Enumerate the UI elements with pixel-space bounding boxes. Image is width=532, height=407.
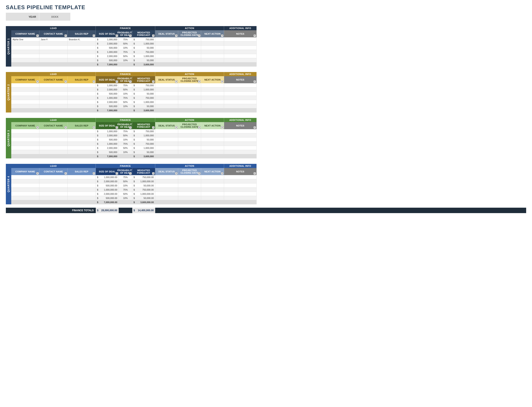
filter-dropdown-icon[interactable] [175,80,177,83]
next-cell[interactable] [201,179,224,183]
next-cell[interactable] [201,50,224,54]
closing-cell[interactable] [178,46,201,50]
contact-cell[interactable] [39,196,68,200]
rep-header[interactable]: SALES REP [68,76,96,83]
notes-cell[interactable] [224,133,257,138]
company-cell[interactable] [11,138,39,142]
filter-dropdown-icon[interactable] [198,126,200,129]
forecast-cell[interactable]: $1,000,000.00 [132,192,155,196]
notes-cell[interactable] [224,46,257,50]
contact-cell[interactable] [39,58,68,63]
contact-cell[interactable] [39,133,68,138]
size-cell[interactable]: $1,000,000 [96,96,119,100]
contact-cell[interactable] [39,146,68,150]
rep-cell[interactable] [68,50,96,54]
contact-cell[interactable] [39,150,68,154]
prob-cell[interactable]: 75% [119,129,132,133]
filter-dropdown-icon[interactable] [129,172,132,175]
rep-cell[interactable] [68,146,96,150]
next-header[interactable]: NEXT ACTION [201,122,224,129]
notes-header[interactable]: NOTES [224,76,257,83]
contact-cell[interactable] [39,188,68,192]
size-cell[interactable]: $500,000 [96,104,119,108]
size-cell[interactable]: $1,000,000.00 [96,188,119,192]
prob-cell[interactable]: 50% [119,179,132,183]
rep-cell[interactable] [68,41,96,46]
table-row[interactable]: $2,000,00050%$1,000,000 [11,54,526,58]
filter-dropdown-icon[interactable] [175,34,177,37]
table-row[interactable]: $500,00010%$50,000 [11,58,526,63]
rep-header[interactable]: SALES REP [68,30,96,37]
next-cell[interactable] [201,58,224,63]
table-row[interactable]: $1,000,00075%$750,000 [11,50,526,54]
status-header[interactable]: DEAL STATUS [155,76,178,83]
rep-cell[interactable] [68,58,96,63]
status-cell[interactable] [155,179,178,183]
closing-cell[interactable] [178,179,201,183]
prob-cell[interactable]: 50% [119,54,132,58]
contact-cell[interactable] [39,142,68,146]
t-blank[interactable] [39,63,68,67]
notes-cell[interactable] [224,100,257,104]
t-blank[interactable] [119,154,132,158]
filter-dropdown-icon[interactable] [254,80,256,83]
prob-cell[interactable]: 10% [119,196,132,200]
size-header[interactable]: SIZE OF DEAL [96,30,119,37]
next-header[interactable]: NEXT ACTION [201,168,224,175]
status-cell[interactable] [155,188,178,192]
prob-cell[interactable]: 75% [119,175,132,179]
t-blank[interactable] [11,200,39,204]
next-cell[interactable] [201,133,224,138]
closing-cell[interactable] [178,41,201,46]
size-cell[interactable]: $2,000,000.00 [96,192,119,196]
t-blank[interactable] [39,200,68,204]
forecast-header[interactable]: WEIGHTED FORECAST [132,30,155,37]
closing-cell[interactable] [178,146,201,150]
company-cell[interactable] [11,58,39,63]
contact-header[interactable]: CONTACT NAME [39,30,68,37]
t-blank[interactable] [119,108,132,112]
next-cell[interactable] [201,146,224,150]
rep-cell[interactable] [68,188,96,192]
rep-cell[interactable] [68,104,96,108]
status-cell[interactable] [155,129,178,133]
size-cell[interactable]: $500,000 [96,150,119,154]
size-cell[interactable]: $2,000,000 [96,100,119,104]
company-header[interactable]: COMPANY NAME [11,122,39,129]
contact-cell[interactable] [39,96,68,100]
rep-cell[interactable] [68,54,96,58]
notes-cell[interactable] [224,138,257,142]
notes-cell[interactable] [224,41,257,46]
filter-dropdown-icon[interactable] [93,126,95,129]
forecast-cell[interactable]: $50,000 [132,58,155,63]
closing-cell[interactable] [178,142,201,146]
size-cell[interactable]: $1,000,000 [96,83,119,87]
filter-dropdown-icon[interactable] [64,80,67,83]
company-cell[interactable] [11,175,39,179]
next-cell[interactable] [201,87,224,92]
closing-cell[interactable] [178,183,201,188]
size-header[interactable]: SIZE OF DEAL [96,122,119,129]
t-blank[interactable] [224,108,257,112]
closing-header[interactable]: PROJECTED CLOSING DATE [178,30,201,37]
next-cell[interactable] [201,92,224,96]
closing-cell[interactable] [178,192,201,196]
forecast-header[interactable]: WEIGHTED FORECAST [132,168,155,175]
t-blank[interactable] [178,108,201,112]
contact-header[interactable]: CONTACT NAME [39,168,68,175]
table-row[interactable]: $500,00010%$50,000 [11,138,526,142]
rep-cell[interactable]: Brandon K. [68,37,96,41]
status-cell[interactable] [155,146,178,150]
filter-dropdown-icon[interactable] [198,34,200,37]
prob-cell[interactable]: 75% [119,50,132,54]
totals-forecast[interactable]: $3,600,000 [132,154,155,158]
prob-header[interactable]: PROBABILITY OF DEAL [119,30,132,37]
rep-cell[interactable] [68,100,96,104]
closing-cell[interactable] [178,188,201,192]
notes-cell[interactable] [224,92,257,96]
notes-cell[interactable] [224,146,257,150]
closing-cell[interactable] [178,104,201,108]
size-cell[interactable]: $500,000 [96,138,119,142]
t-blank[interactable] [155,108,178,112]
filter-dropdown-icon[interactable] [221,80,224,83]
